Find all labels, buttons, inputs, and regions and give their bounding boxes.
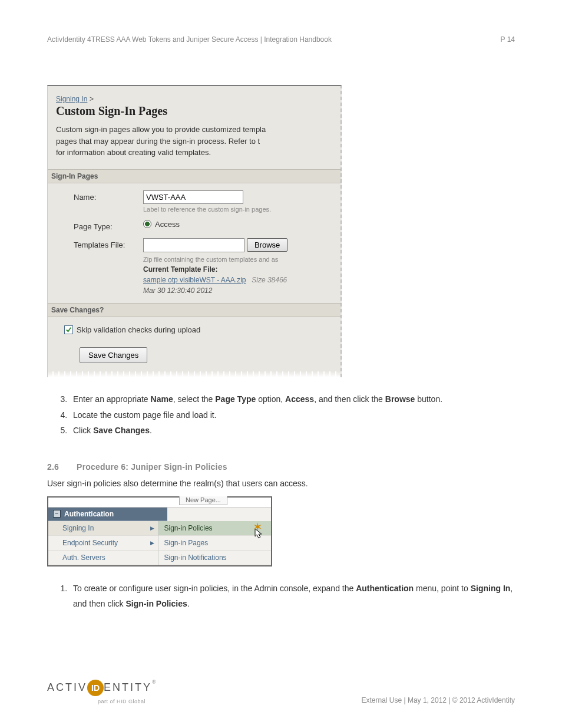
breadcrumb-link-signing-in[interactable]: Signing In — [56, 95, 87, 103]
menu-screenshot: New Page... − Authentication Signing In … — [47, 496, 272, 566]
save-changes-button[interactable]: Save Changes — [80, 347, 147, 363]
collapse-icon[interactable]: − — [53, 510, 61, 518]
chevron-right-icon: ▶ — [150, 525, 154, 531]
panel-intro: Custom sign-in pages allow you to provid… — [56, 124, 340, 159]
name-help: Label to reference the custom sign-in pa… — [143, 206, 340, 213]
panel-title: Custom Sign-In Pages — [56, 104, 340, 118]
footer-text: External Use | May 1, 2012 | © 2012 Acti… — [361, 696, 515, 704]
sec26-number: 2.6 — [47, 462, 74, 472]
torn-edge — [48, 371, 340, 377]
logo-subtitle: part of HID Global — [98, 699, 158, 704]
breadcrumb-sep: > — [90, 95, 94, 103]
section-signin-pages: Sign-In Pages — [48, 169, 340, 183]
chevron-right-icon: ▶ — [150, 540, 154, 546]
section-save-changes: Save Changes? — [48, 303, 340, 317]
steps-list-a: Enter an appropriate Name, select the Pa… — [47, 391, 515, 439]
pagetype-value: Access — [155, 220, 180, 229]
name-input[interactable] — [143, 190, 243, 204]
template-file-link[interactable]: sample otp visibleWST - AAA.zip — [143, 276, 246, 284]
pagetype-label: Page Type: — [74, 220, 143, 231]
partial-new-page-button: New Page... — [179, 496, 227, 505]
step-b-1: To create or configure user sign-in poli… — [70, 581, 515, 612]
radio-access[interactable] — [143, 220, 151, 228]
step-3: Enter an appropriate Name, select the Pa… — [70, 391, 515, 407]
check-icon — [65, 327, 72, 333]
logo: ACTIVIDENTITY® part of HID Global — [47, 680, 158, 704]
current-template-label: Current Template File: — [143, 265, 217, 274]
templates-file-input[interactable] — [143, 238, 244, 252]
sec26-title: Procedure 6: Juniper Sign-in Policies — [77, 462, 227, 472]
step-4: Locate the custom page file and load it. — [70, 407, 515, 423]
skip-validation-label: Skip validation checks during upload — [77, 325, 200, 334]
doc-header-right: P 14 — [501, 35, 515, 44]
doc-header-left: ActivIdentity 4TRESS AAA Web Tokens and … — [47, 35, 332, 44]
step-5: Click Save Changes. — [70, 423, 515, 439]
section-2-6: 2.6 Procedure 6: Juniper Sign-in Policie… — [47, 462, 515, 612]
submenu-auth-servers[interactable]: Auth. Servers — [48, 551, 158, 565]
flyout-signin-notifications[interactable]: Sign-in Notifications — [158, 551, 271, 565]
skip-validation-checkbox[interactable] — [64, 325, 73, 334]
doc-footer: ACTIVIDENTITY® part of HID Global Extern… — [47, 680, 515, 704]
logo-id-icon: ID — [87, 680, 104, 696]
template-file-size: Size 38466 — [248, 276, 287, 284]
name-label: Name: — [74, 190, 143, 202]
flyout-signin-pages[interactable]: Sign-in Pages — [158, 536, 271, 551]
templates-help: Zip file containing the custom templates… — [143, 256, 278, 263]
template-file-date: Mar 30 12:30:40 2012 — [143, 286, 212, 295]
steps-list-b: To create or configure user sign-in poli… — [47, 581, 515, 612]
sec26-intro: User sign-in policies also determine the… — [47, 479, 515, 488]
doc-header: ActivIdentity 4TRESS AAA Web Tokens and … — [47, 35, 515, 44]
templates-label: Templates File: — [74, 238, 143, 249]
browse-button[interactable]: Browse — [247, 238, 287, 252]
submenu-endpoint-security[interactable]: Endpoint Security ▶ — [48, 536, 158, 551]
flyout-signin-policies[interactable]: Sign-in Policies ✶ — [158, 521, 271, 536]
menu-authentication[interactable]: − Authentication — [48, 508, 167, 521]
signin-pages-panel: Signing In > Custom Sign-In Pages Custom… — [47, 85, 342, 377]
submenu-signing-in[interactable]: Signing In ▶ — [48, 521, 158, 536]
